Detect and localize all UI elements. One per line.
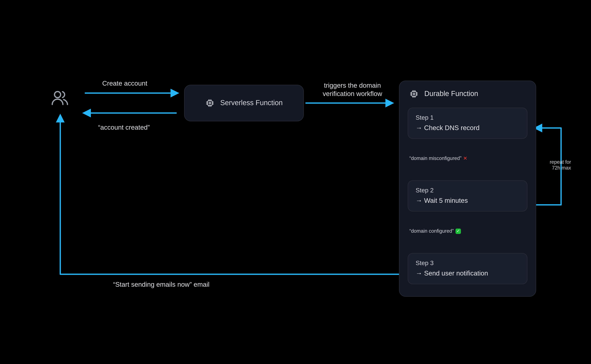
step-1: Step 1 → Check DNS record [408,108,527,139]
step-1-action: → Check DNS record [416,124,520,132]
label-create-account: Create account [102,80,147,87]
label-final-email: “Start sending emails now” email [113,281,209,288]
label-domain-configured: “domain configured”✓ [409,228,461,234]
step-2: Step 2 → Wait 5 minutes [408,180,527,212]
step-3: Step 3 → Send user notification [408,253,527,284]
label-domain-misconfigured: “domain misconfigured”✕ [409,156,467,161]
cross-icon: ✕ [463,156,467,161]
user-icon [51,89,69,108]
svg-point-0 [55,91,61,98]
svg-rect-21 [413,93,415,95]
step-3-action: → Send user notification [416,270,520,277]
chip-icon [409,89,419,98]
step-2-action: → Wait 5 minutes [416,197,520,204]
svg-rect-20 [412,92,416,96]
step-1-name: Step 1 [416,114,520,121]
node-durable-function: Durable Function Step 1 → Check DNS reco… [399,81,536,297]
step-2-name: Step 2 [416,187,520,194]
svg-rect-6 [208,101,212,105]
svg-rect-7 [209,102,211,104]
chip-icon [205,98,214,108]
step-3-name: Step 3 [416,259,520,266]
label-account-created: “account created” [98,124,150,131]
label-repeat: repeat for 72h max [541,159,571,171]
node-durable-label: Durable Function [424,90,478,98]
check-icon: ✓ [455,229,461,234]
label-triggers: triggers the domain verification workflo… [316,81,389,98]
node-serverless-function: Serverless Function [184,85,304,121]
node-serverless-label: Serverless Function [220,99,283,107]
